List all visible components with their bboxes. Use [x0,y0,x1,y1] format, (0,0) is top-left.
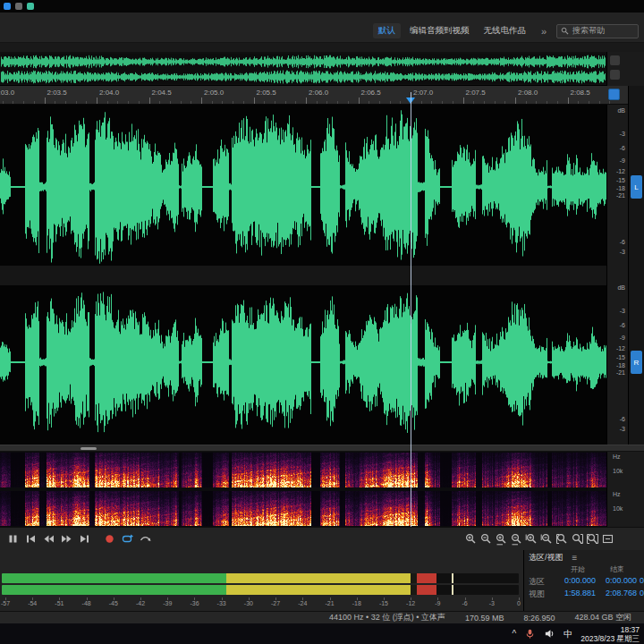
timeline-minor-tick [222,101,223,104]
timeline-option-icon[interactable] [608,89,620,100]
level-meter-left[interactable] [2,573,519,583]
timeline-label: 2:08.5 [571,89,590,97]
app-icon[interactable] [4,3,11,10]
db-scale-label: dB [617,107,625,114]
file-overview-strip[interactable] [0,52,644,86]
db-scale-label: -18 [616,362,625,369]
playhead-line[interactable] [411,92,411,527]
timeline-label: 2:06.5 [361,89,381,97]
zoom-out-vertical-button[interactable] [539,530,555,548]
col-header-start: 开始 [571,564,585,574]
selection-end-value[interactable]: 0:00.000 [594,576,637,585]
speaker-icon[interactable] [544,628,555,640]
workspace-tab-3[interactable]: 无线电作品 [478,23,531,38]
zoom-in-horizontal-button[interactable] [494,530,509,548]
meter-scale-label: -54 [23,600,41,606]
transport-skip-selection-button[interactable] [136,530,154,548]
ime-indicator[interactable]: 中 [564,628,572,640]
transport-fast-forward-button[interactable] [57,530,75,548]
timeline-minor-tick [181,101,182,104]
transport-loop-button[interactable] [118,530,136,548]
timeline-minor-tick [139,101,140,104]
frequency-scale-label: Hz [613,491,621,497]
meter-scale-label: -57 [0,600,14,606]
timeline-minor-tick [369,101,369,104]
tray-expand-icon[interactable]: ^ [513,629,517,639]
zoom-in-vertical-button[interactable] [524,530,539,548]
level-meter-right[interactable] [2,585,519,595]
timeline-minor-tick [233,101,233,104]
timeline-label: 2:04.5 [152,89,172,97]
overview-waveform[interactable] [1,54,606,84]
timeline-minor-tick [495,101,496,104]
meter-scale-label: -18 [348,600,366,606]
zoom-selection-left-button[interactable] [555,530,570,548]
zoom-selection-right-button[interactable] [570,530,585,548]
db-scale-label: -18 [616,185,625,191]
zoom-in-button[interactable] [463,530,479,548]
transport-rewind-button[interactable] [39,530,57,548]
timeline-ruler[interactable]: 2:03.02:03.52:04.02:04.52:05.02:05.52:06… [0,86,644,105]
db-scale-label: -3 [620,131,625,137]
timeline-tick [359,97,360,104]
timeline-minor-tick [379,101,380,104]
zoom-out-button[interactable] [479,530,494,548]
selection-start-value[interactable]: 0:00.000 [549,576,596,585]
db-scale-label: -12 [616,168,625,174]
window-icon[interactable] [15,3,22,10]
panel-gap [0,43,644,52]
splitter-grip[interactable] [80,447,97,450]
zoom-selection-button[interactable] [585,530,600,548]
meter-scale-label: -27 [267,600,284,606]
transport-skip-to-start-button[interactable] [21,530,39,548]
free-space-status: 428.04 GB 空闲 [574,612,631,623]
taskbar-clock[interactable]: 18:37 2023/8/23 星期三 [580,625,640,643]
workspace-overflow-button[interactable]: » [539,26,548,37]
db-scale-label: dB [617,284,625,291]
timeline-minor-tick [431,101,432,104]
selection-view-panel: 选区/视图 ≡ 开始 结束 选区0:00.0000:00.0000:0视图1:5… [523,550,644,611]
transport-pause-button[interactable] [4,530,21,548]
timeline-label: 2:07.5 [466,89,486,97]
db-scale-label: -21 [616,192,625,199]
overview-zoom-icon[interactable] [610,70,620,80]
waveform-canvas[interactable] [0,105,606,445]
spectrogram-canvas[interactable] [0,453,606,526]
windows-taskbar: ^ 中 18:37 2023/8/23 星期三 [0,623,644,644]
spectrogram-view[interactable] [0,452,644,527]
workspace-tab-2[interactable]: 编辑音频到视频 [404,23,475,38]
microphone-icon[interactable] [524,628,536,640]
selection-start-value[interactable]: 1:58.881 [549,589,596,597]
waveform-editor[interactable] [0,105,644,445]
zoom-full-button[interactable] [600,530,615,548]
timeline-tick [149,97,150,104]
overview-option-icon[interactable] [610,55,620,65]
timeline-minor-tick [473,101,474,104]
timeline-minor-tick [317,101,318,104]
selection-end-value[interactable]: 2:08.768 [594,589,637,597]
panel-menu-icon[interactable]: ≡ [572,553,578,563]
transport-record-button[interactable] [100,530,118,548]
timeline-minor-tick [128,101,129,104]
transport-skip-to-end-button[interactable] [75,530,93,548]
channel-right-button[interactable]: R [631,351,642,374]
workspace-tab-1[interactable]: 默认 [373,23,401,38]
timeline-tick [515,97,516,104]
timeline-label: 2:05.0 [204,89,224,97]
zoom-out-horizontal-button[interactable] [509,530,524,548]
help-search-box[interactable]: 搜索帮助 [556,24,639,38]
status-bar: 44100 Hz • 32 位 (浮点) • 立体声 170.59 MB 8:2… [0,611,644,623]
channel-left-button[interactable]: L [631,175,642,199]
timeline-minor-tick [484,101,485,104]
db-scale-label: -15 [616,354,625,360]
document-icon[interactable] [27,3,34,10]
frequency-scale-label: Hz [613,453,621,460]
timeline-minor-tick [13,101,13,104]
db-scale-label: -3 [620,249,625,255]
timeline-minor-tick [159,101,160,104]
meter-scale-label: -9 [428,600,446,606]
timeline-tick [568,97,569,104]
panel-splitter[interactable] [0,445,644,452]
search-placeholder: 搜索帮助 [572,25,605,37]
taskbar-time: 18:37 [580,625,640,634]
